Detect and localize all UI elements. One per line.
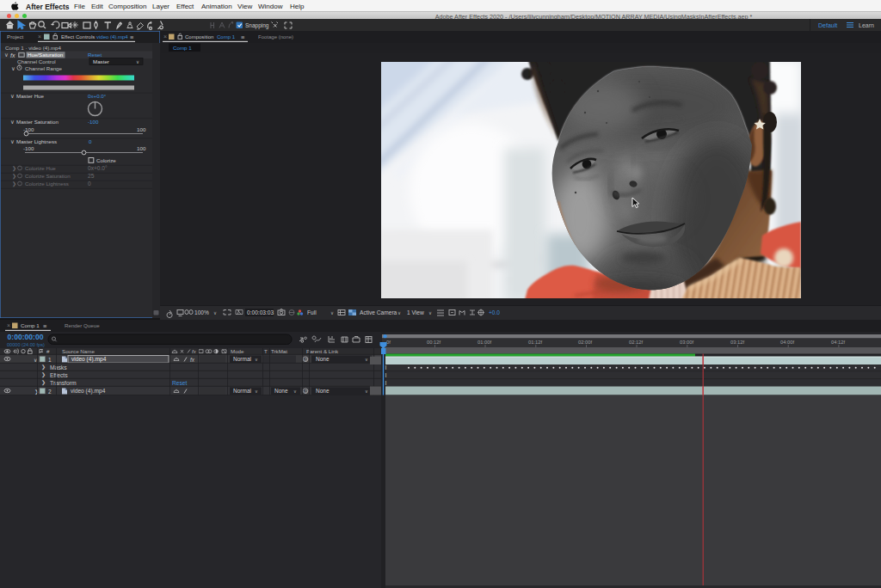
svg-text:video (4).mp4: video (4).mp4 [71,388,106,395]
svg-text:#: # [46,348,50,354]
svg-text:01:00f: 01:00f [477,340,492,345]
svg-text:None: None [316,388,330,394]
svg-text:×: × [7,322,10,328]
svg-text:≡: ≡ [130,34,134,41]
svg-text:I: I [385,372,387,378]
svg-text:≡: ≡ [43,322,47,330]
svg-text:∨: ∨ [365,357,368,362]
svg-text:03:00f: 03:00f [680,340,694,345]
svg-text:∨: ∨ [397,310,401,315]
svg-text:0:00:03:03: 0:00:03:03 [247,309,274,315]
svg-text:I: I [385,364,387,371]
svg-text:❯: ❯ [34,389,39,395]
svg-text:03:12f: 03:12f [730,340,745,345]
svg-text:Colorize Hue: Colorize Hue [25,165,56,171]
svg-text:∨: ∨ [365,389,368,394]
svg-text:fx: fx [10,52,15,58]
svg-text:❯: ❯ [41,364,46,371]
svg-text:fx: fx [190,357,195,363]
svg-text:Colorize Lightness: Colorize Lightness [25,181,69,187]
svg-text:Project: Project [7,34,24,40]
svg-text:01:12f: 01:12f [528,340,543,345]
svg-text:00000 (24.00 fps): 00000 (24.00 fps) [7,342,45,347]
svg-text:∨: ∨ [255,389,258,394]
svg-text:∨: ∨ [213,310,217,315]
svg-text:Normal: Normal [233,388,252,394]
svg-text:∨: ∨ [136,59,139,64]
svg-text:∨: ∨ [428,310,432,315]
svg-text:≡: ≡ [241,34,245,41]
svg-text:Render Queue: Render Queue [65,322,100,328]
svg-text:0: 0 [89,138,92,144]
svg-text:1: 1 [48,357,52,363]
svg-text:04:12f: 04:12f [831,340,846,345]
svg-text:@: @ [304,389,308,394]
svg-text:Master: Master [93,58,109,64]
svg-text:∨: ∨ [10,119,15,125]
svg-text:100: 100 [137,145,146,151]
svg-text:Transform: Transform [50,380,77,386]
svg-text:1 View: 1 View [407,309,424,315]
svg-text:Source Name: Source Name [62,348,95,354]
svg-text:∨: ∨ [293,389,297,394]
svg-text:00:12f: 00:12f [427,340,441,345]
svg-text:Colorize: Colorize [96,157,116,163]
svg-text:None: None [316,356,330,362]
svg-text:Default: Default [818,22,837,28]
svg-text:Normal: Normal [233,356,252,362]
svg-text:video (4).mp4: video (4).mp4 [71,356,107,363]
svg-text:×: × [163,34,167,40]
svg-text:Learn: Learn [859,22,874,28]
svg-text:-100: -100 [88,119,99,125]
svg-text:Mode: Mode [231,348,244,354]
svg-text:❯: ❯ [12,166,16,172]
svg-text:∨: ∨ [11,65,15,71]
svg-text:Active Camera: Active Camera [360,309,397,315]
svg-text:Parent & Link: Parent & Link [306,348,339,354]
svg-text:∨: ∨ [10,93,15,99]
svg-text:Full: Full [307,309,317,315]
svg-text:Footage (none): Footage (none) [258,34,293,40]
svg-text:Channel Range: Channel Range [25,65,63,71]
svg-text:Hue/Saturation: Hue/Saturation [28,52,64,58]
svg-text:video (4).mp4: video (4).mp4 [96,34,128,40]
svg-text:Colorize Saturation: Colorize Saturation [25,173,71,179]
svg-text:-100: -100 [23,126,34,132]
svg-text:-100: -100 [23,145,34,151]
svg-text:Effect Controls: Effect Controls [61,34,95,40]
svg-text:Masks: Masks [50,364,67,371]
svg-text:∨: ∨ [255,357,258,362]
svg-text:❯: ❯ [12,181,16,187]
svg-text:Channel Control: Channel Control [17,58,56,64]
svg-text:100%: 100% [194,309,209,315]
svg-text:04:00f: 04:00f [780,340,795,345]
svg-text:∨: ∨ [10,138,15,144]
svg-text:Reset: Reset [88,52,102,58]
svg-text:0:00:00:00: 0:00:00:00 [8,333,44,341]
svg-text:Comp 1 · video (4).mp4: Comp 1 · video (4).mp4 [5,45,62,51]
svg-text:Master Lightness: Master Lightness [16,138,57,144]
svg-text:+0.0: +0.0 [489,309,500,315]
svg-text:Master Saturation: Master Saturation [16,119,59,125]
svg-text:❯: ❯ [41,372,46,378]
svg-text:Comp 1: Comp 1 [217,34,236,40]
svg-text:0f: 0f [386,340,391,345]
svg-text:❯: ❯ [12,174,16,180]
svg-text:02:00f: 02:00f [578,340,593,345]
svg-text:2: 2 [48,389,52,395]
svg-text:T: T [264,348,268,354]
svg-text:Comp 1: Comp 1 [173,45,192,51]
svg-text:Master Hue: Master Hue [16,93,45,99]
svg-text:∨: ∨ [34,358,37,363]
svg-text:∨: ∨ [330,310,334,315]
svg-text:Composition: Composition [185,34,213,40]
svg-text:Comp 1: Comp 1 [21,322,40,328]
svg-text:I: I [385,380,387,386]
svg-text:25: 25 [88,173,95,179]
svg-text:∨: ∨ [4,52,9,58]
svg-text:TrkMat: TrkMat [271,348,287,354]
svg-text:×: × [38,34,41,40]
svg-text:0: 0 [88,181,91,187]
svg-text:@: @ [304,357,308,362]
svg-text:0x+0.0°: 0x+0.0° [88,165,108,171]
